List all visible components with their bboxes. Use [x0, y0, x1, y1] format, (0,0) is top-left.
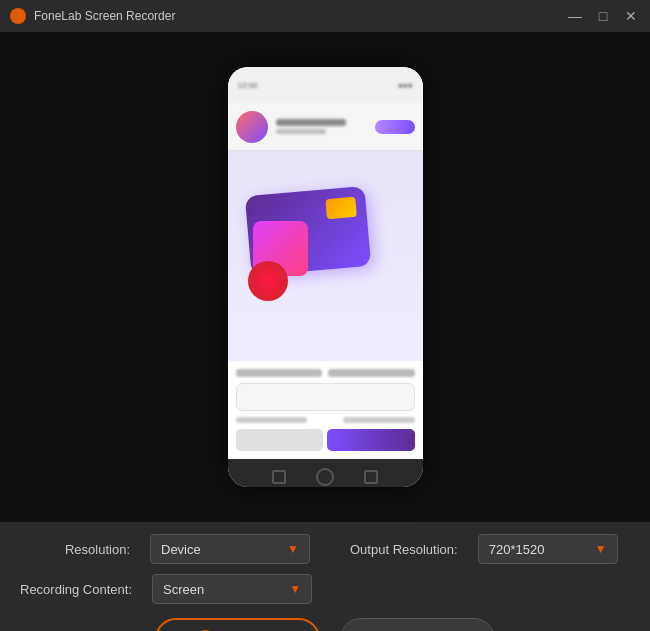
- phone-small-text-row: [236, 417, 415, 423]
- resolution-arrow-icon: ▼: [287, 542, 299, 556]
- phone-preview: 12:00 ●●●: [228, 67, 423, 487]
- phone-small-text-2: [343, 417, 415, 423]
- output-resolution-dropdown[interactable]: 720*1520 ▼: [478, 534, 618, 564]
- phone-user-sub: [276, 129, 326, 134]
- recording-content-label: Recording Content:: [20, 582, 132, 597]
- phone-nav-home: [316, 468, 334, 486]
- phone-status-time: 12:00: [238, 81, 258, 90]
- phone-user-info: [276, 119, 367, 134]
- phone-nav-back: [272, 470, 286, 484]
- recording-content-value: Screen: [163, 582, 204, 597]
- record-button[interactable]: Record: [155, 618, 320, 631]
- phone-tag: [375, 120, 415, 134]
- close-button[interactable]: ✕: [622, 7, 640, 25]
- recording-content-row: Recording Content: Screen ▼: [20, 574, 630, 604]
- resolution-label: Resolution:: [20, 542, 130, 557]
- resolution-dropdown[interactable]: Device ▼: [150, 534, 310, 564]
- phone-label-row: [236, 369, 415, 377]
- bottom-controls: Resolution: Device ▼ Output Resolution: …: [0, 522, 650, 631]
- buttons-wrapper: Record 📷 SnapShot Recording history: [20, 614, 630, 631]
- phone-label-1: [236, 369, 323, 377]
- resolution-value: Device: [161, 542, 201, 557]
- phone-top-bar: 12:00 ●●●: [228, 67, 423, 103]
- resolution-row: Resolution: Device ▼ Output Resolution: …: [20, 534, 630, 564]
- graphic-red-blob: [248, 261, 288, 301]
- recording-content-dropdown[interactable]: Screen ▼: [152, 574, 312, 604]
- output-resolution-arrow-icon: ▼: [595, 542, 607, 556]
- app-icon: [10, 8, 26, 24]
- main-content: 12:00 ●●●: [0, 32, 650, 522]
- maximize-button[interactable]: □: [594, 7, 612, 25]
- buttons-row: Record 📷 SnapShot: [155, 618, 495, 631]
- phone-button-row: [236, 429, 415, 451]
- phone-label-2: [328, 369, 415, 377]
- phone-user-name: [276, 119, 346, 126]
- phone-fake-btn-1: [236, 429, 324, 451]
- minimize-button[interactable]: —: [566, 7, 584, 25]
- output-resolution-value: 720*1520: [489, 542, 545, 557]
- phone-nav-recent: [364, 470, 378, 484]
- phone-small-text-1: [236, 417, 308, 423]
- phone-avatar: [236, 111, 268, 143]
- title-bar-controls: — □ ✕: [566, 7, 640, 25]
- phone-nav: [228, 459, 423, 487]
- phone-fake-btn-2: [327, 429, 415, 451]
- phone-graphic: [228, 151, 423, 361]
- snapshot-button[interactable]: 📷 SnapShot: [340, 618, 495, 631]
- title-bar-left: FoneLab Screen Recorder: [10, 8, 175, 24]
- phone-screen: 12:00 ●●●: [228, 67, 423, 487]
- recording-content-arrow-icon: ▼: [289, 582, 301, 596]
- title-bar: FoneLab Screen Recorder — □ ✕: [0, 0, 650, 32]
- phone-user-row: [228, 103, 423, 151]
- phone-status-icons: ●●●: [398, 81, 413, 90]
- app-title: FoneLab Screen Recorder: [34, 9, 175, 23]
- output-resolution-label: Output Resolution:: [350, 542, 458, 557]
- phone-bottom: [228, 361, 423, 459]
- phone-input-box: [236, 383, 415, 411]
